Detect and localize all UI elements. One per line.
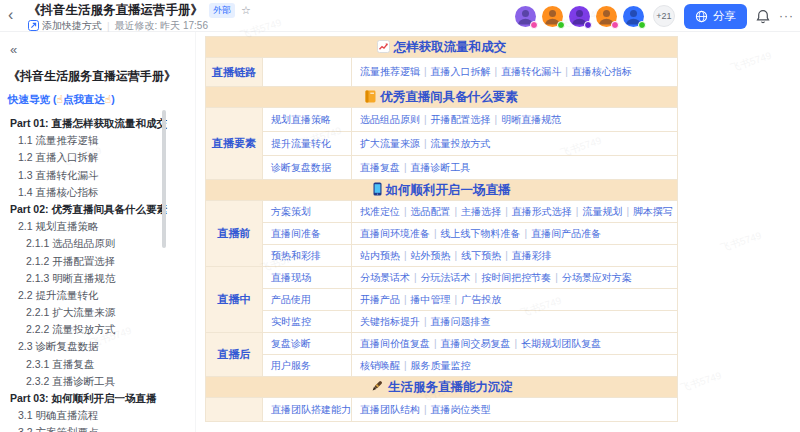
sub-category-cell: 产品使用 (263, 289, 352, 311)
separator: | (505, 250, 508, 261)
nav-link[interactable]: 广告投放 (461, 294, 501, 305)
outline-item[interactable]: 2.3.2 直播诊断工具 (8, 373, 195, 390)
sub-category-cell: 预热和彩排 (263, 245, 352, 267)
nav-link[interactable]: 核销唤醒 (360, 360, 400, 371)
nav-link[interactable]: 直播间产品准备 (531, 228, 601, 239)
nav-link[interactable]: 站外预热 (411, 250, 451, 261)
collapse-sidebar-icon[interactable]: « (10, 42, 195, 57)
sidebar-scrollbar[interactable] (162, 110, 166, 248)
nav-link[interactable]: 直播间交易复盘 (441, 338, 511, 349)
star-icon[interactable]: ☆ (241, 4, 251, 17)
status-dot (557, 21, 565, 29)
nav-link[interactable]: 播中管理 (411, 294, 451, 305)
nav-link[interactable]: 找准定位 (360, 206, 400, 217)
outline-item[interactable]: 1.4 直播核心指标 (8, 184, 195, 201)
sub-category-cell: 诊断复盘数据 (263, 156, 352, 180)
nav-link[interactable]: 分场景应对方案 (562, 272, 632, 283)
nav-link[interactable]: 长期规划团队复盘 (521, 338, 601, 349)
outline-item[interactable]: Part 02: 优秀直播间具备什么要素 (8, 201, 195, 218)
nav-link[interactable]: 直播入口拆解 (431, 66, 491, 77)
nav-link[interactable]: 分玩法话术 (421, 272, 471, 283)
avatar[interactable] (596, 6, 617, 27)
nav-link[interactable]: 分场景话术 (360, 272, 410, 283)
notification-bell-icon[interactable] (756, 9, 770, 24)
sub-category-cell: 直播间准备 (263, 223, 352, 245)
sub-category-link[interactable]: 直播团队搭建能力 (271, 404, 351, 415)
outline-item[interactable]: 2.2.2 流量投放方式 (8, 321, 195, 338)
nav-link[interactable]: 站内预热 (360, 250, 400, 261)
sub-category-link[interactable]: 实时监控 (271, 316, 311, 327)
outline-item[interactable]: 2.1.1 选品组品原则 (8, 235, 195, 252)
nav-link[interactable]: 直播岗位类型 (431, 404, 491, 415)
nav-link[interactable]: 主播选择 (461, 206, 501, 217)
add-shortcut-button[interactable]: 添加快捷方式 (28, 19, 102, 33)
sub-category-link[interactable]: 直播现场 (271, 272, 311, 283)
links-cell: 流量推荐逻辑|直播入口拆解|直播转化漏斗|直播核心指标 (352, 58, 678, 87)
sub-category-link[interactable]: 复盘诊断 (271, 338, 311, 349)
nav-link[interactable]: 按时间把控节奏 (481, 272, 551, 283)
outline-item[interactable]: 1.3 直播转化漏斗 (8, 167, 195, 184)
outline-item[interactable]: 2.1.2 开播配置选择 (8, 253, 195, 270)
sub-category-link[interactable]: 方案策划 (271, 206, 311, 217)
separator: | (424, 66, 427, 77)
outline-item[interactable]: Part 01: 直播怎样获取流量和成交 (8, 115, 195, 132)
nav-link[interactable]: 线下预热 (461, 250, 501, 261)
nav-link[interactable]: 流量推荐逻辑 (360, 66, 420, 77)
top-bar: ‹ 《抖音生活服务直播运营手册》 外部 ☆ 添加快捷方式 | 最近修改: 昨天 … (0, 0, 800, 32)
sub-category-link[interactable]: 产品使用 (271, 294, 311, 305)
nav-link[interactable]: 直播形式选择 (512, 206, 572, 217)
links-cell: 直播团队结构|直播岗位类型 (352, 398, 678, 422)
nav-link[interactable]: 直播间环境准备 (360, 228, 430, 239)
nav-link[interactable]: 明晰直播规范 (501, 114, 561, 125)
nav-link[interactable]: 线上线下物料准备 (441, 228, 521, 239)
outline-item[interactable]: 2.3.1 直播复盘 (8, 356, 195, 373)
sub-category-link[interactable]: 预热和彩排 (271, 250, 321, 261)
nav-link[interactable]: 流量投放方式 (431, 138, 491, 149)
nav-link[interactable]: 直播彩排 (512, 250, 552, 261)
nav-link[interactable]: 流量规划 (582, 206, 622, 217)
outline-item[interactable]: 2.1.3 明晰直播规范 (8, 270, 195, 287)
back-icon[interactable]: ‹ (8, 5, 13, 25)
category-cell: 直播要素 (206, 108, 263, 180)
nav-link[interactable]: 直播复盘 (360, 162, 400, 173)
more-menu-icon[interactable]: ··· (779, 9, 794, 23)
outline-item[interactable]: 2.3 诊断复盘数据 (8, 338, 195, 355)
outline-item[interactable]: 3.1 明确直播流程 (8, 407, 195, 424)
collaborator-count-badge[interactable]: +21 (653, 5, 675, 27)
nav-link[interactable]: 扩大流量来源 (360, 138, 420, 149)
nav-link[interactable]: 选品配置 (411, 206, 451, 217)
sub-category-link[interactable]: 规划直播策略 (271, 114, 331, 125)
nav-link[interactable]: 直播核心指标 (572, 66, 632, 77)
nav-link[interactable]: 直播间价值复盘 (360, 338, 430, 349)
nav-link[interactable]: 服务质量监控 (411, 360, 471, 371)
outline-item[interactable]: 2.1 规划直播策略 (8, 218, 195, 235)
nav-link[interactable]: 选品组品原则 (360, 114, 420, 125)
status-dot (584, 21, 592, 29)
quick-nav-link[interactable]: 点我直达 (63, 93, 105, 105)
avatar[interactable] (623, 6, 644, 27)
nav-link[interactable]: 开播配置选择 (431, 114, 491, 125)
avatar[interactable] (542, 6, 563, 27)
sub-category-link[interactable]: 提升流量转化 (271, 138, 331, 149)
outline-item[interactable]: 2.2.1 扩大流量来源 (8, 304, 195, 321)
avatar[interactable] (515, 6, 536, 27)
nav-link[interactable]: 直播转化漏斗 (501, 66, 561, 77)
nav-link[interactable]: 直播问题排查 (431, 316, 491, 327)
outline-item[interactable]: 1.2 直播入口拆解 (8, 149, 195, 166)
outline-item[interactable]: 2.2 提升流量转化 (8, 287, 195, 304)
nav-link[interactable]: 直播诊断工具 (411, 162, 471, 173)
links-cell: 开播产品|播中管理|广告投放 (352, 289, 678, 311)
avatar[interactable] (569, 6, 590, 27)
sub-category-link[interactable]: 诊断复盘数据 (271, 162, 331, 173)
outline-item[interactable]: 1.1 流量推荐逻辑 (8, 132, 195, 149)
nav-link[interactable]: 直播团队结构 (360, 404, 420, 415)
outline-item[interactable]: Part 03: 如何顺利开启一场直播 (8, 390, 195, 407)
sub-category-cell: 直播团队搭建能力 (263, 398, 352, 422)
nav-link[interactable]: 开播产品 (360, 294, 400, 305)
outline-item[interactable]: 3.2 方案策划要点 (8, 424, 195, 432)
sub-category-link[interactable]: 直播间准备 (271, 228, 321, 239)
nav-link[interactable]: 关键指标提升 (360, 316, 420, 327)
nav-link[interactable]: 脚本撰写 (633, 206, 673, 217)
share-button[interactable]: 分享 (684, 4, 747, 29)
sub-category-link[interactable]: 用户服务 (271, 360, 311, 371)
